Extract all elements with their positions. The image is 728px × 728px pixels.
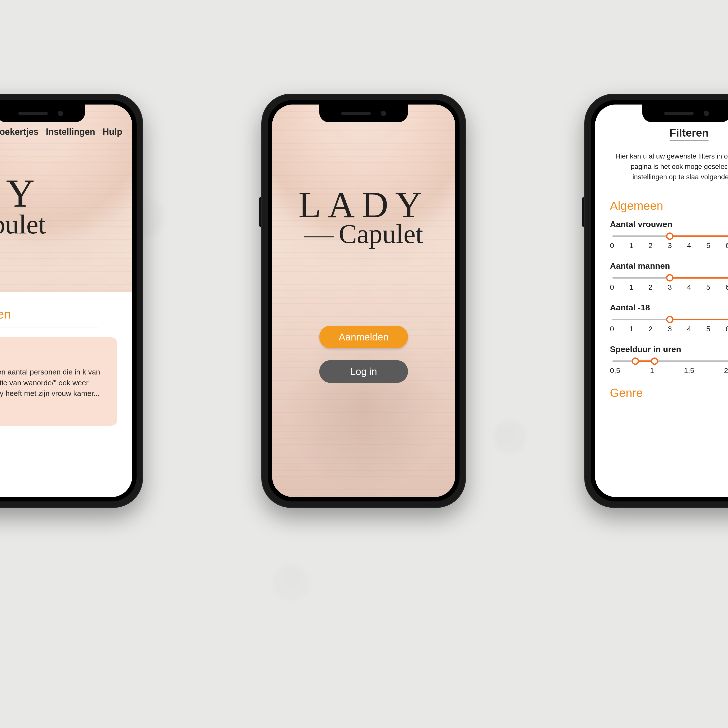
slider-track[interactable]	[612, 236, 728, 237]
card-title: stellen	[0, 347, 107, 361]
slider-ticks: 012345678	[610, 283, 728, 291]
slider-thumb-low[interactable]	[666, 316, 673, 323]
login-button[interactable]: Log in	[319, 360, 408, 383]
phone-right: Filteren Hier kan u al uw gewenste filte…	[584, 94, 728, 508]
slider-ticks: 012345678	[610, 325, 728, 333]
group-title-genre: Genre	[610, 386, 728, 400]
phone-center: LADY Capulet Aanmelden Log in	[262, 94, 466, 508]
top-nav: n Zoekertjes Instellingen Hulp	[0, 122, 132, 141]
card-body: ennis met een aantal personen die in k v…	[0, 367, 107, 399]
logo: LADY Capulet	[0, 141, 132, 240]
slider-thumb-low[interactable]	[666, 232, 673, 240]
notch	[642, 104, 728, 122]
slider-label: Aantal mannen	[610, 261, 728, 271]
slider-aantal-vrouwen: Aantal vrouwen012345678	[610, 219, 728, 250]
slider-track[interactable]	[612, 319, 728, 320]
notch	[0, 104, 85, 122]
nav-item-zoekertjes[interactable]: Zoekertjes	[0, 127, 38, 137]
slider-thumb-low[interactable]	[666, 274, 673, 281]
slider-aantal--18: Aantal -18012345678	[610, 303, 728, 333]
slider-speelduur-in-uren: Speelduur in uren0,511,522,5	[610, 344, 728, 375]
slider-ticks: 012345678	[610, 242, 728, 250]
slider-thumb-low[interactable]	[632, 358, 639, 365]
slider-ticks: 0,511,522,5	[610, 366, 728, 375]
slider-track[interactable]	[612, 361, 728, 362]
notch	[319, 104, 408, 122]
section-rule	[0, 327, 98, 327]
logo-line2: Capulet	[298, 219, 429, 250]
slider-label: Aantal -18	[610, 303, 728, 312]
slider-label: Speelduur in uren	[610, 344, 728, 354]
slider-thumb-high[interactable]	[651, 358, 658, 365]
nav-item-hulp[interactable]: Hulp	[102, 127, 122, 137]
slider-track[interactable]	[612, 277, 728, 278]
card-read-more[interactable]: erder	[0, 406, 107, 416]
group-title-algemeen: Algemeen	[610, 199, 728, 213]
logo-line2: Capulet	[0, 209, 132, 240]
signup-button[interactable]: Aanmelden	[319, 326, 408, 348]
section-title-teksten: e teksten	[0, 294, 132, 324]
logo: LADY Capulet	[298, 104, 429, 250]
page-title-filteren: Filteren	[670, 127, 709, 141]
slider-aantal-mannen: Aantal mannen012345678	[610, 261, 728, 291]
phone-left: n Zoekertjes Instellingen Hulp LADY Capu…	[0, 94, 143, 508]
nav-item-instellingen[interactable]: Instellingen	[46, 127, 95, 137]
slider-label: Aantal vrouwen	[610, 219, 728, 229]
text-card[interactable]: stellen ennis met een aantal personen di…	[0, 337, 117, 426]
filter-intro: Hier kan u al uw gewenste filters in ond…	[610, 151, 728, 192]
